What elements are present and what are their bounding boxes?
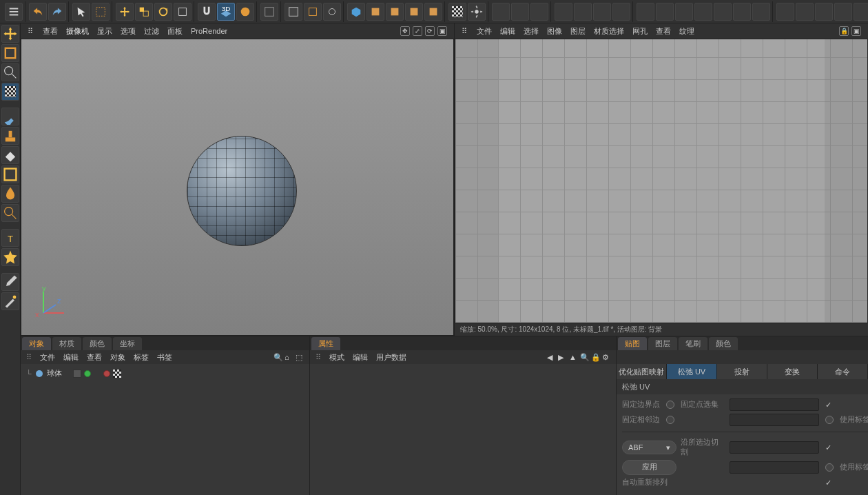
apply-button[interactable]: 应用 <box>622 460 676 475</box>
rect-select-icon[interactable] <box>1 165 19 183</box>
model-mode-icon[interactable] <box>1 44 19 62</box>
view-menu-prorender[interactable]: ProRender <box>191 27 227 35</box>
view-menu-view[interactable]: 查看 <box>43 26 58 37</box>
eraser-icon[interactable] <box>1 146 19 164</box>
home-icon[interactable]: ⌂ <box>285 353 293 361</box>
uv-tool-8[interactable] <box>637 3 654 21</box>
uv-menu-image[interactable]: 图像 <box>547 26 562 37</box>
obj-menu-file[interactable]: 文件 <box>40 352 55 363</box>
radio-use-tag-1[interactable] <box>825 416 834 424</box>
uv-tool-19[interactable] <box>854 3 868 21</box>
uv-menu-layer[interactable]: 图层 <box>570 26 586 37</box>
undo-button[interactable] <box>29 3 47 21</box>
input-cut-tag[interactable] <box>730 441 819 454</box>
nav-pan-icon[interactable]: ✥ <box>400 26 410 36</box>
gear-icon[interactable]: ⚙ <box>602 353 610 361</box>
uv-tool-9[interactable] <box>656 3 674 21</box>
scale-tool[interactable] <box>135 3 153 21</box>
view-menu-display[interactable]: 显示 <box>97 26 112 37</box>
uv-tool-14[interactable] <box>752 3 770 21</box>
object-row-sphere[interactable]: └ 球体 <box>23 367 307 380</box>
uv-tool-16[interactable] <box>796 3 814 21</box>
visibility-editor-dot[interactable] <box>84 370 91 377</box>
subtab-transform[interactable]: 变换 <box>767 364 818 379</box>
perspective-viewport[interactable]: y x z <box>21 39 454 336</box>
tab-attributes[interactable]: 属性 <box>311 337 340 350</box>
subtab-projection[interactable]: 投射 <box>717 364 767 379</box>
tab-objects[interactable]: 对象 <box>22 337 51 350</box>
layer-icon[interactable]: ⬚ <box>296 353 304 361</box>
uv-tool-18[interactable] <box>834 3 852 21</box>
uv-menu-matselect[interactable]: 材质选择 <box>594 26 624 37</box>
view-menu-filter[interactable]: 过滤 <box>144 26 159 37</box>
obj-menu-edit[interactable]: 编辑 <box>63 352 79 363</box>
view-menu-options[interactable]: 选项 <box>121 26 136 37</box>
search-icon[interactable]: 🔍 <box>273 353 282 361</box>
obj-menu-objects[interactable]: 对象 <box>110 352 125 363</box>
snap-toggle[interactable] <box>198 3 216 21</box>
tab-materials[interactable]: 材质 <box>52 337 81 350</box>
zoom-icon[interactable] <box>1 63 19 81</box>
uv-tool-4[interactable] <box>555 3 572 21</box>
uvtab-layers[interactable]: 图层 <box>648 337 677 350</box>
uvtab-texture[interactable]: 贴图 <box>618 337 647 350</box>
uv-menu-edit[interactable]: 编辑 <box>500 26 515 37</box>
texture-mode-icon[interactable] <box>1 83 19 101</box>
check-cut-edges[interactable]: ✓ <box>825 443 834 452</box>
check-point-sel[interactable]: ✓ <box>825 401 834 409</box>
check-auto-rearrange[interactable]: ✓ <box>825 478 834 487</box>
uv-tool-3[interactable] <box>530 3 548 21</box>
uv-maximize-icon[interactable]: ▣ <box>851 26 861 36</box>
uv-menu-mesh[interactable]: 网孔 <box>632 26 648 37</box>
uv-lock-icon[interactable]: 🔒 <box>839 26 849 36</box>
search-icon[interactable]: 🔍 <box>580 353 588 361</box>
uv-tool-5[interactable] <box>574 3 592 21</box>
brush-icon[interactable] <box>1 108 19 125</box>
primitive-other4[interactable] <box>424 3 442 21</box>
render-region[interactable] <box>304 3 322 21</box>
panel-grip-icon[interactable]: ⠿ <box>28 27 34 36</box>
subtab-relax[interactable]: 松弛 UV <box>667 364 717 379</box>
nav-fwd-icon[interactable]: ▶ <box>558 353 566 361</box>
uv-tag-icon[interactable] <box>113 370 121 378</box>
uv-menu-texture[interactable]: 纹理 <box>679 26 694 37</box>
tab-colors[interactable]: 颜色 <box>83 337 112 350</box>
star-icon[interactable] <box>1 248 19 266</box>
radio-fix-neighbor[interactable] <box>666 416 674 424</box>
settings-gear[interactable] <box>468 3 486 21</box>
uv-menu-file[interactable]: 文件 <box>477 26 492 37</box>
obj-menu-view[interactable]: 查看 <box>87 352 102 363</box>
uv-tool-13[interactable] <box>733 3 751 21</box>
radio-use-tag-2[interactable] <box>825 463 834 472</box>
uvtab-brush[interactable]: 笔刷 <box>679 337 707 350</box>
nav-back-icon[interactable]: ◀ <box>547 353 555 361</box>
uv-tool-10[interactable] <box>675 3 693 21</box>
render-view[interactable] <box>285 3 302 21</box>
stamp-icon[interactable] <box>1 127 19 145</box>
eyedropper-icon[interactable] <box>1 273 19 291</box>
axis-lock[interactable] <box>236 3 254 21</box>
nav-zoom-icon[interactable]: ⤢ <box>413 26 422 36</box>
visibility-render-dot[interactable] <box>103 370 110 377</box>
uv-tool-11[interactable] <box>694 3 712 21</box>
rotate-tool[interactable] <box>154 3 172 21</box>
uv-menu-select[interactable]: 选择 <box>524 26 539 37</box>
view-menu-camera[interactable]: 摄像机 <box>66 26 89 37</box>
radio-fix-boundary[interactable] <box>666 401 674 409</box>
move-mode-icon[interactable] <box>1 25 19 43</box>
last-tool[interactable] <box>174 3 192 21</box>
redo-button[interactable] <box>48 3 66 21</box>
text-icon[interactable]: T <box>1 229 19 247</box>
layer-color-icon[interactable] <box>73 370 81 378</box>
workplane-button[interactable]: 3D <box>217 3 235 21</box>
obj-menu-tags[interactable]: 标签 <box>134 352 149 363</box>
input-neighbor-tag[interactable] <box>730 414 819 426</box>
select-tool[interactable] <box>72 3 90 21</box>
marquee-tool[interactable] <box>92 3 110 21</box>
uv-tool-1[interactable] <box>492 3 510 21</box>
uv-tool-12[interactable] <box>714 3 732 21</box>
view-menu-panel[interactable]: 面板 <box>167 26 183 37</box>
attr-menu-userdata[interactable]: 用户数据 <box>376 352 406 363</box>
uv-tool-15[interactable] <box>776 3 794 21</box>
uv-tool-2[interactable] <box>511 3 529 21</box>
